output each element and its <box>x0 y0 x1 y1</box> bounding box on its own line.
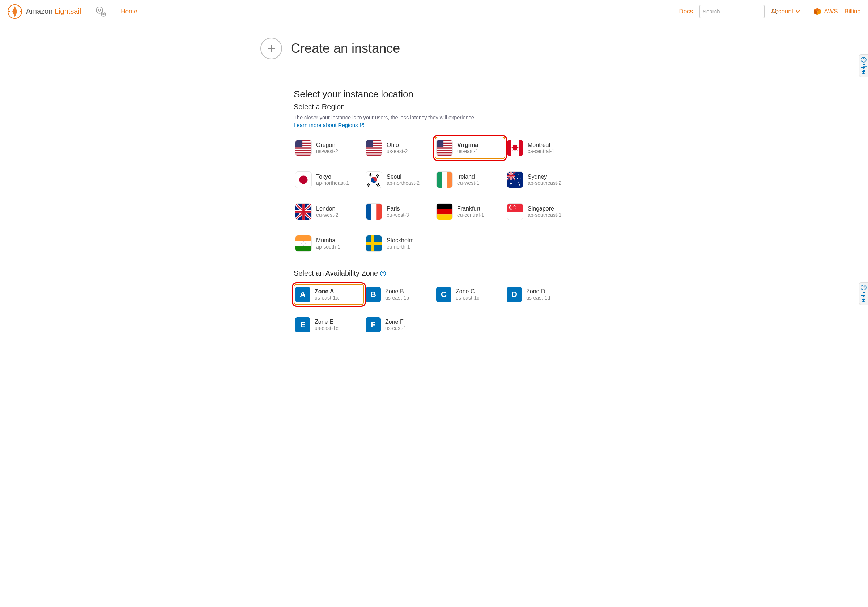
help-icon: ? <box>861 57 866 62</box>
flag-icon-jp <box>295 171 312 188</box>
lightsail-logo-icon <box>7 4 22 19</box>
brand-suffix: Lightsail <box>54 7 81 15</box>
az-grid: AZone Aus-east-1aBZone Bus-east-1bCZone … <box>294 284 608 335</box>
svg-text:?: ? <box>863 286 865 290</box>
search-box[interactable] <box>699 5 764 18</box>
nav-docs[interactable]: Docs <box>679 8 693 15</box>
region-card-ap-northeast-2[interactable]: Seoulap-northeast-2 <box>364 169 435 191</box>
brand-text: Amazon Lightsail <box>26 7 81 16</box>
az-card-us-east-1f[interactable]: FZone Fus-east-1f <box>364 314 435 335</box>
region-code: ap-northeast-2 <box>387 180 420 186</box>
nav-home[interactable]: Home <box>121 8 137 15</box>
svg-line-15 <box>362 123 364 126</box>
az-name: Zone F <box>385 319 408 325</box>
az-card-us-east-1e[interactable]: EZone Eus-east-1e <box>294 314 364 335</box>
region-card-ca-central-1[interactable]: Montrealca-central-1 <box>505 137 576 159</box>
region-name: Oregon <box>316 142 338 148</box>
nav-aws-label: AWS <box>824 8 838 15</box>
svg-point-4 <box>98 9 101 11</box>
nav-divider <box>806 6 807 17</box>
region-code: us-east-1 <box>457 148 478 154</box>
flag-icon-in <box>295 235 312 252</box>
region-card-ap-northeast-1[interactable]: Tokyoap-northeast-1 <box>294 169 364 191</box>
az-card-us-east-1c[interactable]: CZone Cus-east-1c <box>435 284 505 305</box>
search-input[interactable] <box>703 8 772 14</box>
help-label: Help <box>861 64 866 75</box>
region-name: Sydney <box>528 174 561 180</box>
flag-icon-de <box>436 203 453 220</box>
region-code: ap-southeast-1 <box>528 212 561 218</box>
az-name: Zone D <box>526 288 550 295</box>
region-code: ap-south-1 <box>316 244 340 250</box>
az-badge: F <box>366 317 381 332</box>
flag-icon-ie <box>436 171 453 188</box>
help-icon: ? <box>861 285 866 290</box>
learn-regions-label: Learn more about Regions <box>294 122 358 128</box>
region-name: Tokyo <box>316 174 349 180</box>
region-code: us-east-2 <box>387 148 408 154</box>
aws-cube-icon <box>814 8 822 16</box>
flag-icon-kr <box>366 171 382 188</box>
region-card-eu-central-1[interactable]: Frankfurteu-central-1 <box>435 200 505 223</box>
region-card-us-west-2[interactable]: Oregonus-west-2 <box>294 137 364 159</box>
region-code: eu-west-2 <box>316 212 338 218</box>
flag-icon-us <box>366 140 382 156</box>
az-card-us-east-1a[interactable]: AZone Aus-east-1a <box>294 284 364 305</box>
region-card-eu-west-2[interactable]: Londoneu-west-2 <box>294 200 364 223</box>
settings-button[interactable] <box>95 5 107 18</box>
az-name: Zone E <box>315 319 338 325</box>
brand-link[interactable]: Amazon Lightsail <box>7 4 81 19</box>
nav-account[interactable]: Account <box>771 8 800 15</box>
az-heading: Select an Availability Zone <box>294 269 378 278</box>
az-badge: D <box>507 287 522 302</box>
region-card-us-east-2[interactable]: Ohious-east-2 <box>364 137 435 159</box>
region-grid: Oregonus-west-2Ohious-east-2Virginiaus-e… <box>294 137 608 255</box>
flag-icon-uk <box>295 203 312 220</box>
region-code: eu-north-1 <box>387 244 414 250</box>
region-card-us-east-1[interactable]: Virginiaus-east-1 <box>435 137 505 159</box>
region-card-ap-southeast-2[interactable]: Sydneyap-southeast-2 <box>505 169 576 191</box>
az-code: us-east-1f <box>385 325 408 331</box>
az-badge: C <box>436 287 451 302</box>
region-code: eu-central-1 <box>457 212 484 218</box>
flag-icon-se <box>366 235 382 252</box>
external-link-icon <box>360 123 364 128</box>
region-heading: Select a Region <box>294 103 608 111</box>
az-badge: E <box>295 317 310 332</box>
region-card-eu-north-1[interactable]: Stockholmeu-north-1 <box>364 232 435 255</box>
az-name: Zone A <box>315 288 338 295</box>
az-badge: A <box>295 287 310 302</box>
help-label: Help <box>861 292 866 303</box>
nav-aws[interactable]: AWS <box>814 8 838 16</box>
info-icon[interactable]: ? <box>380 270 386 276</box>
az-badge: B <box>366 287 381 302</box>
svg-text:?: ? <box>382 272 384 276</box>
region-code: eu-west-3 <box>387 212 409 218</box>
region-card-ap-southeast-1[interactable]: Singaporeap-southeast-1 <box>505 200 576 223</box>
learn-regions-link[interactable]: Learn more about Regions <box>294 122 364 128</box>
region-code: ap-northeast-1 <box>316 180 349 186</box>
region-code: eu-west-1 <box>457 180 479 186</box>
gear-icon <box>95 5 107 18</box>
az-heading-row: Select an Availability Zone ? <box>294 269 608 278</box>
region-name: Virginia <box>457 142 478 148</box>
region-name: Seoul <box>387 174 420 180</box>
az-code: us-east-1d <box>526 295 550 301</box>
help-tab[interactable]: ? Help <box>859 54 868 77</box>
flag-icon-au <box>507 171 523 188</box>
create-icon <box>260 37 282 59</box>
svg-text:?: ? <box>863 58 865 62</box>
region-card-eu-west-1[interactable]: Irelandeu-west-1 <box>435 169 505 191</box>
flag-icon-sg <box>507 203 523 220</box>
az-card-us-east-1d[interactable]: DZone Dus-east-1d <box>505 284 576 305</box>
content: Select your instance location Select a R… <box>260 88 608 335</box>
help-tab[interactable]: ? Help <box>859 282 868 305</box>
nav-billing[interactable]: Billing <box>845 8 861 15</box>
region-card-ap-south-1[interactable]: Mumbaiap-south-1 <box>294 232 364 255</box>
region-code: us-west-2 <box>316 148 338 154</box>
flag-icon-ca <box>507 140 523 156</box>
az-card-us-east-1b[interactable]: BZone Bus-east-1b <box>364 284 435 305</box>
svg-point-6 <box>103 13 104 15</box>
region-card-eu-west-3[interactable]: Pariseu-west-3 <box>364 200 435 223</box>
az-name: Zone B <box>385 288 409 295</box>
